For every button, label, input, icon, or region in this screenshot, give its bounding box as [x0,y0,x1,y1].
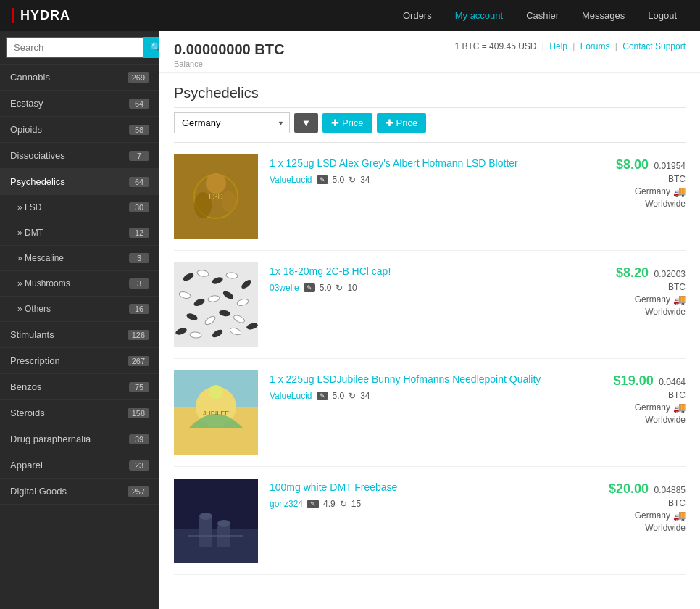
sidebar-item-benzos[interactable]: Benzos 75 [0,374,159,400]
nav-my-account[interactable]: My account [443,0,514,31]
sidebar-item-mescaline[interactable]: » Mescaline 3 [0,246,159,271]
forums-link[interactable]: Forums [580,41,610,51]
sidebar-item-lsd[interactable]: » LSD 30 [0,195,159,220]
price-btc: 0.0464 [659,377,686,387]
rating-icon: ✎ [307,500,319,508]
product-title-link[interactable]: 1 x 225ug LSDJubilee Bunny Hofmanns Need… [270,373,587,385]
balance-bar: 0.00000000 BTC Balance 1 BTC = 409.45 US… [159,31,700,73]
product-price: $8.20 0.02003 BTC Germany 🚚 Worldwide [599,262,686,317]
product-price: $20.00 0.04885 BTC Germany 🚚 Worldwide [599,478,686,533]
product-info: 1x 18-20mg 2C-B HCl cap! 03welle ✎ 5.0 ↻… [270,262,587,293]
svg-rect-37 [188,535,243,536]
review-count: 34 [360,391,370,401]
shipping-icon: 🚚 [673,294,686,305]
price-usd: $19.00 [614,373,654,388]
brand-logo: HYDRA [12,8,391,23]
review-count: 15 [351,499,361,509]
product-title-link[interactable]: 1x 18-20mg 2C-B HCl cap! [270,265,587,277]
svg-rect-33 [199,518,212,547]
sidebar-item-opioids[interactable]: Opioids 58 [0,117,159,143]
price-shipping: Germany 🚚 [599,186,686,197]
sidebar-item-ecstasy[interactable]: Ecstasy 64 [0,91,159,117]
vendor-link[interactable]: 03welle [270,283,299,293]
price-plus-icon: ✚ [331,117,339,128]
refresh-icon: ↻ [336,283,343,293]
vendor-link[interactable]: ValueLucid [270,175,312,185]
ship-to-label: Worldwide [645,415,686,425]
svg-point-2 [206,173,226,194]
sidebar-item-dmt[interactable]: » DMT 12 [0,220,159,246]
topnav: HYDRA Orders My account Cashier Messages… [0,0,700,31]
search-input[interactable] [6,37,143,58]
product-price: $8.00 0.01954 BTC Germany 🚚 Worldwide [599,154,686,209]
product-price: $19.00 0.0464 BTC Germany 🚚 Worldwide [599,370,686,425]
nav-cashier[interactable]: Cashier [514,0,570,31]
price-btc: 0.02003 [654,269,686,279]
price-usd: $20.00 [609,481,649,496]
contact-support-link[interactable]: Contact Support [622,41,686,51]
svg-point-29 [209,385,223,399]
nav-links: Orders My account Cashier Messages Logou… [391,0,688,31]
rating-icon: ✎ [317,392,328,400]
page-title: Psychedelics [174,85,686,102]
table-row: JUBILEE 1 x 225ug LSDJubilee Bunny Hofma… [174,359,686,467]
price-currency: BTC [599,174,686,184]
filter-button[interactable]: ▼ [294,113,318,133]
sidebar-item-dissociatives[interactable]: Dissociatives 7 [0,143,159,169]
product-thumbnail [174,262,258,347]
table-row: LSD 1 x 125ug LSD Alex Grey's Albert Hof… [174,143,686,251]
sidebar-item-mushrooms[interactable]: » Mushrooms 3 [0,271,159,297]
shipping-icon: 🚚 [673,186,686,197]
sidebar-item-steroids[interactable]: Steroids 158 [0,400,159,426]
ship-from: Germany [635,186,670,196]
country-select[interactable]: Germany United States Netherlands United… [174,112,290,133]
sidebar-item-cannabis[interactable]: Cannabis 269 [0,65,159,91]
price-btc: 0.04885 [654,485,686,495]
rating-icon: ✎ [317,175,328,184]
product-title-link[interactable]: 100mg white DMT Freebase [270,481,587,493]
help-link[interactable]: Help [549,41,567,51]
review-count: 34 [360,175,370,185]
filter-bar: Germany United States Netherlands United… [159,108,700,142]
refresh-icon: ↻ [349,175,356,185]
product-info: 1 x 125ug LSD Alex Grey's Albert Hofmann… [270,154,587,185]
ship-from: Germany [635,294,670,304]
sidebar-item-apparel[interactable]: Apparel 23 [0,452,159,478]
ship-from: Germany [635,510,670,521]
sidebar: 🔍 Cannabis 269 Ecstasy 64 Opioids 58 Dis… [0,31,159,609]
product-meta: gonz324 ✎ 4.9 ↻ 15 [270,499,587,509]
country-select-wrapper: Germany United States Netherlands United… [174,112,290,133]
product-title-link[interactable]: 1 x 125ug LSD Alex Grey's Albert Hofmann… [270,157,587,169]
price-button-desc[interactable]: ✚ Price [377,113,427,133]
price-currency: BTC [599,498,686,508]
product-meta: ValueLucid ✎ 5.0 ↻ 34 [270,175,587,185]
sidebar-item-drug-paraphernalia[interactable]: Drug paraphernalia 39 [0,426,159,452]
price-shipping: Germany 🚚 [599,510,686,521]
nav-logout[interactable]: Logout [636,0,688,31]
vendor-link[interactable]: ValueLucid [270,391,312,401]
refresh-icon: ↻ [349,391,356,401]
sidebar-item-digital-goods[interactable]: Digital Goods 257 [0,478,159,505]
ship-to: Worldwide [599,523,686,533]
product-thumbnail: LSD [174,154,258,239]
sidebar-item-psychedelics[interactable]: Psychedelics 64 [0,169,159,195]
sidebar-item-others[interactable]: » Others 16 [0,297,159,322]
rating-icon: ✎ [304,283,315,292]
balance-label: Balance [174,59,284,68]
price-button-asc[interactable]: ✚ Price [322,113,372,133]
table-row: 100mg white DMT Freebase gonz324 ✎ 4.9 ↻… [174,467,686,575]
main-content: 0.00000000 BTC Balance 1 BTC = 409.45 US… [159,31,700,609]
product-info: 1 x 225ug LSDJubilee Bunny Hofmanns Need… [270,370,587,401]
search-button[interactable]: 🔍 [143,37,159,58]
nav-orders[interactable]: Orders [391,0,443,31]
sidebar-item-prescription[interactable]: Prescription 267 [0,348,159,374]
ship-to-label: Worldwide [645,523,686,533]
product-thumbnail: JUBILEE [174,370,258,455]
svg-point-35 [199,513,212,520]
svg-rect-32 [174,529,258,563]
vendor-link[interactable]: gonz324 [270,499,303,509]
shipping-icon: 🚚 [673,402,686,413]
balance-right: 1 BTC = 409.45 USD | Help | Forums | Con… [454,41,686,51]
nav-messages[interactable]: Messages [570,0,636,31]
sidebar-item-stimulants[interactable]: Stimulants 126 [0,322,159,348]
